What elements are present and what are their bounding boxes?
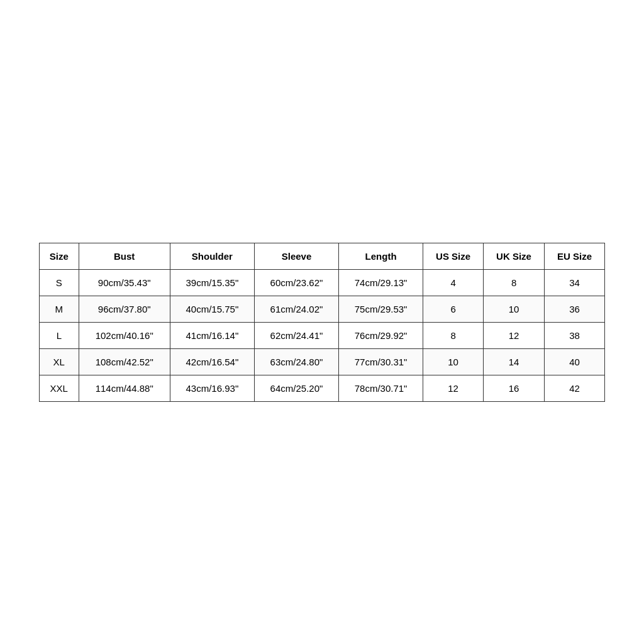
header-row: Size Bust Shoulder Sleeve Length US Size… <box>40 243 605 269</box>
cell-eu-size: 36 <box>545 296 605 322</box>
cell-shoulder: 40cm/15.75" <box>170 296 254 322</box>
table-row: L102cm/40.16"41cm/16.14"62cm/24.41"76cm/… <box>40 322 605 348</box>
cell-size: XL <box>40 348 79 375</box>
cell-sleeve: 63cm/24.80" <box>254 348 338 375</box>
table-row: S90cm/35.43"39cm/15.35"60cm/23.62"74cm/2… <box>40 269 605 296</box>
cell-sleeve: 61cm/24.02" <box>254 296 338 322</box>
cell-shoulder: 39cm/15.35" <box>170 269 254 296</box>
cell-length: 78cm/30.71" <box>339 375 423 401</box>
cell-us-size: 4 <box>423 269 484 296</box>
cell-bust: 90cm/35.43" <box>79 269 170 296</box>
header-sleeve: Sleeve <box>254 243 338 269</box>
cell-size: S <box>40 269 79 296</box>
cell-shoulder: 43cm/16.93" <box>170 375 254 401</box>
cell-uk-size: 10 <box>484 296 545 322</box>
cell-uk-size: 12 <box>484 322 545 348</box>
cell-uk-size: 14 <box>484 348 545 375</box>
cell-length: 74cm/29.13" <box>339 269 423 296</box>
cell-sleeve: 64cm/25.20" <box>254 375 338 401</box>
cell-eu-size: 38 <box>545 322 605 348</box>
cell-us-size: 6 <box>423 296 484 322</box>
size-chart-table: Size Bust Shoulder Sleeve Length US Size… <box>39 243 605 402</box>
cell-length: 75cm/29.53" <box>339 296 423 322</box>
header-size: Size <box>40 243 79 269</box>
header-bust: Bust <box>79 243 170 269</box>
cell-us-size: 10 <box>423 348 484 375</box>
header-shoulder: Shoulder <box>170 243 254 269</box>
cell-shoulder: 41cm/16.14" <box>170 322 254 348</box>
cell-bust: 102cm/40.16" <box>79 322 170 348</box>
size-chart-container: Size Bust Shoulder Sleeve Length US Size… <box>39 243 605 402</box>
cell-eu-size: 40 <box>545 348 605 375</box>
cell-length: 77cm/30.31" <box>339 348 423 375</box>
table-row: XXL114cm/44.88"43cm/16.93"64cm/25.20"78c… <box>40 375 605 401</box>
cell-sleeve: 60cm/23.62" <box>254 269 338 296</box>
cell-size: XXL <box>40 375 79 401</box>
cell-bust: 108cm/42.52" <box>79 348 170 375</box>
table-row: M96cm/37.80"40cm/15.75"61cm/24.02"75cm/2… <box>40 296 605 322</box>
cell-uk-size: 16 <box>484 375 545 401</box>
header-uk-size: UK Size <box>484 243 545 269</box>
cell-shoulder: 42cm/16.54" <box>170 348 254 375</box>
cell-us-size: 12 <box>423 375 484 401</box>
cell-length: 76cm/29.92" <box>339 322 423 348</box>
cell-uk-size: 8 <box>484 269 545 296</box>
header-us-size: US Size <box>423 243 484 269</box>
cell-us-size: 8 <box>423 322 484 348</box>
cell-sleeve: 62cm/24.41" <box>254 322 338 348</box>
cell-eu-size: 42 <box>545 375 605 401</box>
cell-bust: 96cm/37.80" <box>79 296 170 322</box>
cell-bust: 114cm/44.88" <box>79 375 170 401</box>
header-length: Length <box>339 243 423 269</box>
cell-size: M <box>40 296 79 322</box>
header-eu-size: EU Size <box>545 243 605 269</box>
cell-eu-size: 34 <box>545 269 605 296</box>
cell-size: L <box>40 322 79 348</box>
table-row: XL108cm/42.52"42cm/16.54"63cm/24.80"77cm… <box>40 348 605 375</box>
